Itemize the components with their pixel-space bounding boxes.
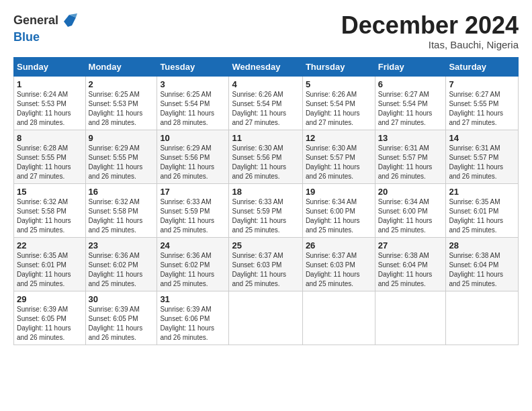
calendar-cell: 16Sunrise: 6:32 AM Sunset: 5:58 PM Dayli… — [85, 183, 157, 237]
calendar-cell: 15Sunrise: 6:32 AM Sunset: 5:58 PM Dayli… — [14, 183, 86, 237]
day-header-monday: Monday — [85, 57, 157, 76]
day-number: 30 — [89, 294, 154, 304]
day-info: Sunrise: 6:26 AM Sunset: 5:54 PM Dayligh… — [306, 90, 372, 128]
header: General Blue December 2024 Itas, Bauchi,… — [13, 12, 519, 50]
calendar-cell: 7Sunrise: 6:27 AM Sunset: 5:55 PM Daylig… — [446, 76, 519, 130]
calendar-cell: 14Sunrise: 6:31 AM Sunset: 5:57 PM Dayli… — [446, 130, 519, 183]
day-info: Sunrise: 6:36 AM Sunset: 6:02 PM Dayligh… — [89, 251, 154, 289]
calendar-cell — [446, 291, 519, 345]
day-number: 8 — [17, 133, 83, 143]
day-info: Sunrise: 6:24 AM Sunset: 5:53 PM Dayligh… — [17, 90, 83, 128]
calendar-header-row: SundayMondayTuesdayWednesdayThursdayFrid… — [14, 57, 519, 76]
calendar-cell — [375, 291, 446, 345]
location: Itas, Bauchi, Nigeria — [341, 39, 519, 50]
day-number: 25 — [232, 240, 299, 250]
calendar-week-3: 15Sunrise: 6:32 AM Sunset: 5:58 PM Dayli… — [14, 183, 519, 237]
calendar-cell: 19Sunrise: 6:34 AM Sunset: 6:00 PM Dayli… — [302, 183, 375, 237]
day-info: Sunrise: 6:30 AM Sunset: 5:57 PM Dayligh… — [306, 144, 372, 181]
day-info: Sunrise: 6:30 AM Sunset: 5:56 PM Dayligh… — [232, 144, 299, 181]
day-number: 2 — [89, 79, 154, 89]
calendar-cell: 6Sunrise: 6:27 AM Sunset: 5:54 PM Daylig… — [375, 76, 446, 130]
day-number: 3 — [160, 79, 226, 89]
calendar-cell: 10Sunrise: 6:29 AM Sunset: 5:56 PM Dayli… — [157, 130, 229, 183]
calendar-cell: 25Sunrise: 6:37 AM Sunset: 6:03 PM Dayli… — [229, 237, 302, 291]
day-number: 12 — [306, 133, 372, 143]
day-number: 29 — [17, 294, 83, 304]
day-number: 21 — [449, 187, 515, 197]
day-number: 10 — [160, 133, 226, 143]
day-info: Sunrise: 6:32 AM Sunset: 5:58 PM Dayligh… — [89, 197, 154, 235]
day-info: Sunrise: 6:28 AM Sunset: 5:55 PM Dayligh… — [17, 144, 83, 181]
day-number: 23 — [89, 240, 154, 250]
day-info: Sunrise: 6:25 AM Sunset: 5:53 PM Dayligh… — [89, 90, 154, 128]
day-number: 11 — [232, 133, 299, 143]
day-header-friday: Friday — [375, 57, 446, 76]
day-number: 7 — [449, 79, 515, 89]
day-info: Sunrise: 6:31 AM Sunset: 5:57 PM Dayligh… — [378, 144, 443, 181]
calendar-cell: 18Sunrise: 6:33 AM Sunset: 5:59 PM Dayli… — [229, 183, 302, 237]
day-info: Sunrise: 6:29 AM Sunset: 5:56 PM Dayligh… — [160, 144, 226, 181]
day-info: Sunrise: 6:34 AM Sunset: 6:00 PM Dayligh… — [378, 197, 443, 235]
calendar-cell: 29Sunrise: 6:39 AM Sunset: 6:05 PM Dayli… — [14, 291, 86, 345]
day-number: 15 — [17, 187, 83, 197]
calendar-cell: 30Sunrise: 6:39 AM Sunset: 6:05 PM Dayli… — [85, 291, 157, 345]
month-title: December 2024 — [341, 12, 519, 39]
calendar-cell: 23Sunrise: 6:36 AM Sunset: 6:02 PM Dayli… — [85, 237, 157, 291]
day-info: Sunrise: 6:29 AM Sunset: 5:55 PM Dayligh… — [89, 144, 154, 181]
day-number: 13 — [378, 133, 443, 143]
day-info: Sunrise: 6:36 AM Sunset: 6:02 PM Dayligh… — [160, 251, 226, 289]
day-number: 22 — [17, 240, 83, 250]
calendar-week-4: 22Sunrise: 6:35 AM Sunset: 6:01 PM Dayli… — [14, 237, 519, 291]
calendar-table: SundayMondayTuesdayWednesdayThursdayFrid… — [13, 57, 519, 345]
calendar-cell: 22Sunrise: 6:35 AM Sunset: 6:01 PM Dayli… — [14, 237, 86, 291]
calendar-week-5: 29Sunrise: 6:39 AM Sunset: 6:05 PM Dayli… — [14, 291, 519, 345]
day-info: Sunrise: 6:35 AM Sunset: 6:01 PM Dayligh… — [449, 197, 515, 235]
day-number: 24 — [160, 240, 226, 250]
day-number: 18 — [232, 187, 299, 197]
day-number: 27 — [378, 240, 443, 250]
day-info: Sunrise: 6:37 AM Sunset: 6:03 PM Dayligh… — [232, 251, 299, 289]
day-info: Sunrise: 6:39 AM Sunset: 6:05 PM Dayligh… — [89, 305, 154, 342]
calendar-cell: 9Sunrise: 6:29 AM Sunset: 5:55 PM Daylig… — [85, 130, 157, 183]
day-number: 28 — [449, 240, 515, 250]
logo-bird-icon — [62, 12, 77, 31]
logo-blue-text: Blue — [13, 31, 77, 43]
calendar-cell — [302, 291, 375, 345]
day-info: Sunrise: 6:39 AM Sunset: 6:06 PM Dayligh… — [160, 305, 226, 342]
day-number: 16 — [89, 187, 154, 197]
day-info: Sunrise: 6:33 AM Sunset: 5:59 PM Dayligh… — [160, 197, 226, 235]
day-number: 5 — [306, 79, 372, 89]
day-header-tuesday: Tuesday — [157, 57, 229, 76]
calendar-cell: 1Sunrise: 6:24 AM Sunset: 5:53 PM Daylig… — [14, 76, 86, 130]
calendar-cell — [229, 291, 302, 345]
calendar-cell: 26Sunrise: 6:37 AM Sunset: 6:03 PM Dayli… — [302, 237, 375, 291]
logo-general: General — [13, 12, 77, 31]
day-number: 26 — [306, 240, 372, 250]
day-info: Sunrise: 6:38 AM Sunset: 6:04 PM Dayligh… — [449, 251, 515, 289]
title-block: December 2024 Itas, Bauchi, Nigeria — [341, 12, 519, 50]
calendar-cell: 27Sunrise: 6:38 AM Sunset: 6:04 PM Dayli… — [375, 237, 446, 291]
day-info: Sunrise: 6:33 AM Sunset: 5:59 PM Dayligh… — [232, 197, 299, 235]
day-number: 19 — [306, 187, 372, 197]
day-number: 14 — [449, 133, 515, 143]
day-number: 17 — [160, 187, 226, 197]
calendar-week-1: 1Sunrise: 6:24 AM Sunset: 5:53 PM Daylig… — [14, 76, 519, 130]
logo-general-text: General — [13, 13, 58, 27]
day-number: 6 — [378, 79, 443, 89]
calendar-cell: 11Sunrise: 6:30 AM Sunset: 5:56 PM Dayli… — [229, 130, 302, 183]
calendar-cell: 8Sunrise: 6:28 AM Sunset: 5:55 PM Daylig… — [14, 130, 86, 183]
day-info: Sunrise: 6:26 AM Sunset: 5:54 PM Dayligh… — [232, 90, 299, 128]
calendar-cell: 31Sunrise: 6:39 AM Sunset: 6:06 PM Dayli… — [157, 291, 229, 345]
calendar-cell: 13Sunrise: 6:31 AM Sunset: 5:57 PM Dayli… — [375, 130, 446, 183]
calendar-cell: 21Sunrise: 6:35 AM Sunset: 6:01 PM Dayli… — [446, 183, 519, 237]
day-header-wednesday: Wednesday — [229, 57, 302, 76]
day-number: 20 — [378, 187, 443, 197]
calendar-cell: 5Sunrise: 6:26 AM Sunset: 5:54 PM Daylig… — [302, 76, 375, 130]
calendar-cell: 2Sunrise: 6:25 AM Sunset: 5:53 PM Daylig… — [85, 76, 157, 130]
day-info: Sunrise: 6:25 AM Sunset: 5:54 PM Dayligh… — [160, 90, 226, 128]
calendar-cell: 20Sunrise: 6:34 AM Sunset: 6:00 PM Dayli… — [375, 183, 446, 237]
calendar-cell: 4Sunrise: 6:26 AM Sunset: 5:54 PM Daylig… — [229, 76, 302, 130]
calendar-cell: 3Sunrise: 6:25 AM Sunset: 5:54 PM Daylig… — [157, 76, 229, 130]
day-header-sunday: Sunday — [14, 57, 86, 76]
day-info: Sunrise: 6:39 AM Sunset: 6:05 PM Dayligh… — [17, 305, 83, 342]
